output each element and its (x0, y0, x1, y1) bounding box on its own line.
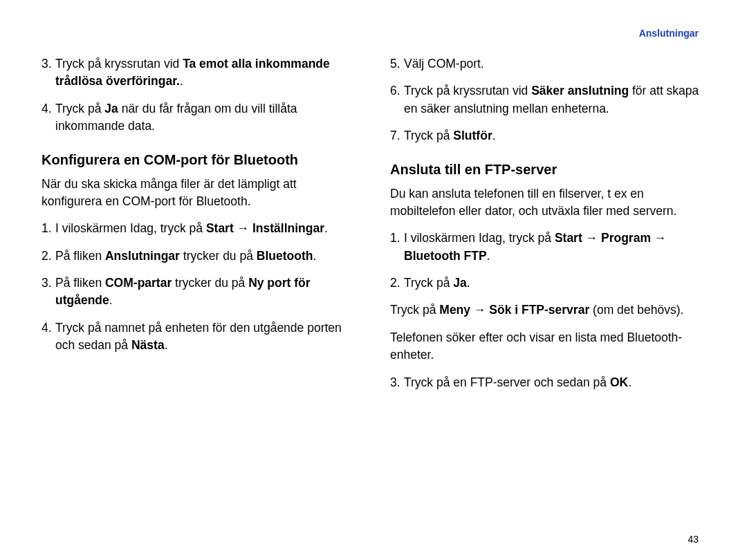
page-number: 43 (688, 534, 699, 545)
item-number: 1. (390, 230, 404, 265)
item-text: Välj COM-port. (404, 55, 706, 73)
item-number: 2. (390, 274, 404, 292)
item-text: Tryck på Slutför. (404, 127, 706, 144)
right-column: 5. Välj COM-port. 6. Tryck på kryssrutan… (390, 55, 706, 401)
item-number: 3. (42, 274, 55, 310)
item-number: 4. (42, 100, 55, 136)
list-item: 2. Tryck på Ja. (390, 274, 706, 292)
item-text: Tryck på kryssrutan vid Ta emot alla ink… (55, 55, 357, 91)
content-columns: 3. Tryck på kryssrutan vid Ta emot alla … (42, 55, 706, 401)
paragraph: Du kan ansluta telefonen till en filserv… (390, 185, 706, 221)
heading-com-port: Konfigurera en COM-port för Bluetooth (42, 151, 357, 169)
list-item: 3. Tryck på en FTP-server och sedan på O… (390, 374, 706, 391)
item-number: 5. (390, 55, 404, 73)
item-number: 3. (390, 374, 404, 391)
item-text: Tryck på namnet på enheten för den utgåe… (55, 319, 357, 355)
item-text: Tryck på Ja. (404, 274, 706, 292)
item-number: 2. (42, 248, 55, 265)
list-item: 4. Tryck på namnet på enheten för den ut… (42, 319, 357, 355)
section-title: Anslutningar (639, 28, 699, 39)
item-text: I viloskärmen Idag, tryck på Start → Ins… (55, 220, 357, 237)
list-item: 4. Tryck på Ja när du får frågan om du v… (42, 100, 357, 136)
list-item: 7. Tryck på Slutför. (390, 127, 706, 144)
item-number: 7. (390, 127, 404, 144)
left-column: 3. Tryck på kryssrutan vid Ta emot alla … (42, 55, 357, 401)
list-item: 3. Tryck på kryssrutan vid Ta emot alla … (42, 55, 357, 91)
item-text: Tryck på kryssrutan vid Säker anslutning… (404, 82, 706, 118)
item-text: Tryck på en FTP-server och sedan på OK. (404, 374, 706, 391)
heading-ftp: Ansluta till en FTP-server (390, 160, 706, 178)
item-text: På fliken COM-partar trycker du på Ny po… (55, 274, 357, 310)
item-number: 1. (42, 220, 55, 237)
list-item: 3. På fliken COM-partar trycker du på Ny… (42, 274, 357, 310)
item-number: 4. (42, 319, 55, 355)
page-header: Anslutningar (42, 28, 706, 39)
item-text: I viloskärmen Idag, tryck på Start → Pro… (404, 230, 706, 265)
item-text: På fliken Anslutningar trycker du på Blu… (55, 248, 357, 265)
list-item: 1. I viloskärmen Idag, tryck på Start → … (42, 220, 357, 237)
list-item: 2. På fliken Anslutningar trycker du på … (42, 248, 357, 265)
item-text: Tryck på Ja när du får frågan om du vill… (55, 100, 357, 136)
list-item: 6. Tryck på kryssrutan vid Säker anslutn… (390, 82, 706, 118)
list-item: 1. I viloskärmen Idag, tryck på Start → … (390, 230, 706, 265)
paragraph: När du ska skicka många filer är det läm… (42, 176, 357, 211)
sub-paragraph: Tryck på Meny → Sök i FTP-servrar (om de… (390, 301, 706, 319)
item-number: 6. (390, 82, 404, 118)
list-item: 5. Välj COM-port. (390, 55, 706, 73)
item-number: 3. (42, 55, 55, 91)
sub-paragraph: Telefonen söker efter och visar en lista… (390, 329, 706, 364)
